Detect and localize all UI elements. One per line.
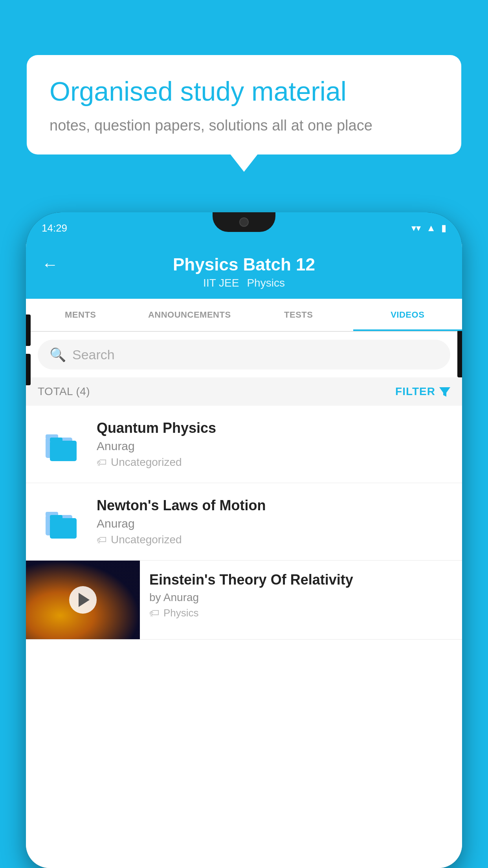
app-header: ← Physics Batch 12 IIT JEE Physics — [26, 244, 462, 299]
list-item[interactable]: Quantum Physics Anurag 🏷 Uncategorized — [26, 406, 462, 483]
wifi-icon: ▾▾ — [411, 223, 421, 234]
status-bar: 14:29 ▾▾ ▲ ▮ — [26, 212, 462, 244]
speech-bubble-section: Organised study material notes, question… — [27, 55, 461, 154]
search-bar[interactable]: 🔍 Search — [38, 340, 450, 370]
header-row: ← Physics Batch 12 — [42, 255, 446, 274]
phone-frame: 14:29 ▾▾ ▲ ▮ ← Physics Batch 12 IIT JEE … — [26, 212, 462, 868]
video-thumb-quantum — [38, 427, 85, 462]
einstein-thumbnail — [26, 561, 140, 639]
filter-button[interactable]: FILTER — [395, 385, 450, 398]
video-list: Quantum Physics Anurag 🏷 Uncategorized — [26, 406, 462, 868]
total-count: TOTAL (4) — [38, 385, 90, 398]
page-title: Physics Batch 12 — [173, 255, 315, 274]
filter-icon — [439, 387, 450, 397]
play-icon — [79, 593, 90, 607]
svg-rect-8 — [50, 515, 62, 520]
speech-bubble: Organised study material notes, question… — [27, 55, 461, 154]
svg-marker-0 — [439, 387, 450, 397]
tab-tests[interactable]: TESTS — [244, 299, 353, 331]
status-time: 14:29 — [42, 222, 67, 234]
filter-row: TOTAL (4) FILTER — [26, 377, 462, 406]
video-tag: Uncategorized — [111, 533, 182, 546]
list-item[interactable]: Newton's Laws of Motion Anurag 🏷 Uncateg… — [26, 483, 462, 561]
folder-icon — [44, 427, 79, 462]
bubble-subtext: notes, question papers, solutions all at… — [50, 117, 438, 134]
phone-side-button-left2 — [26, 354, 31, 385]
video-info-newton: Newton's Laws of Motion Anurag 🏷 Uncateg… — [97, 497, 450, 546]
tag-icon: 🏷 — [97, 456, 107, 469]
search-icon: 🔍 — [50, 347, 66, 362]
svg-rect-7 — [50, 518, 77, 539]
battery-icon: ▮ — [441, 223, 446, 234]
video-title: Newton's Laws of Motion — [97, 497, 450, 514]
list-item[interactable]: Einstein's Theory Of Relativity by Anura… — [26, 561, 462, 640]
video-info-einstein: Einstein's Theory Of Relativity by Anura… — [140, 561, 462, 630]
video-tag: Physics — [163, 607, 199, 619]
header-sub-physics: Physics — [247, 277, 284, 289]
video-author: by Anurag — [149, 591, 453, 604]
tab-announcements[interactable]: ANNOUNCEMENTS — [135, 299, 244, 331]
tabs-bar: MENTS ANNOUNCEMENTS TESTS VIDEOS — [26, 299, 462, 332]
video-tag-row: 🏷 Uncategorized — [97, 456, 450, 469]
folder-icon — [44, 504, 79, 539]
video-tag-row: 🏷 Uncategorized — [97, 533, 450, 546]
header-sub-iitjee: IIT JEE — [203, 277, 239, 289]
status-icons: ▾▾ ▲ ▮ — [411, 223, 446, 234]
phone-side-button-right — [457, 330, 462, 377]
camera — [239, 217, 249, 227]
search-placeholder: Search — [72, 347, 115, 362]
video-tag-row: 🏷 Physics — [149, 607, 453, 619]
tag-icon: 🏷 — [97, 534, 107, 546]
video-title: Einstein's Theory Of Relativity — [149, 572, 453, 588]
video-title: Quantum Physics — [97, 420, 450, 436]
video-info-quantum: Quantum Physics Anurag 🏷 Uncategorized — [97, 420, 450, 469]
tab-videos[interactable]: VIDEOS — [353, 299, 462, 331]
phone-notch — [213, 212, 275, 232]
search-container: 🔍 Search — [26, 332, 462, 377]
back-button[interactable]: ← — [42, 255, 58, 274]
header-subtitle: IIT JEE Physics — [203, 277, 285, 289]
tag-icon: 🏷 — [149, 607, 160, 619]
video-tag: Uncategorized — [111, 456, 182, 469]
play-button[interactable] — [69, 586, 97, 614]
video-author: Anurag — [97, 440, 450, 453]
signal-icon: ▲ — [426, 223, 436, 234]
tab-ments[interactable]: MENTS — [26, 299, 135, 331]
svg-rect-3 — [50, 441, 77, 461]
bubble-headline: Organised study material — [50, 75, 438, 108]
phone-screen: ← Physics Batch 12 IIT JEE Physics MENTS… — [26, 244, 462, 868]
video-author: Anurag — [97, 517, 450, 530]
video-thumb-newton — [38, 504, 85, 539]
svg-rect-4 — [50, 438, 62, 442]
